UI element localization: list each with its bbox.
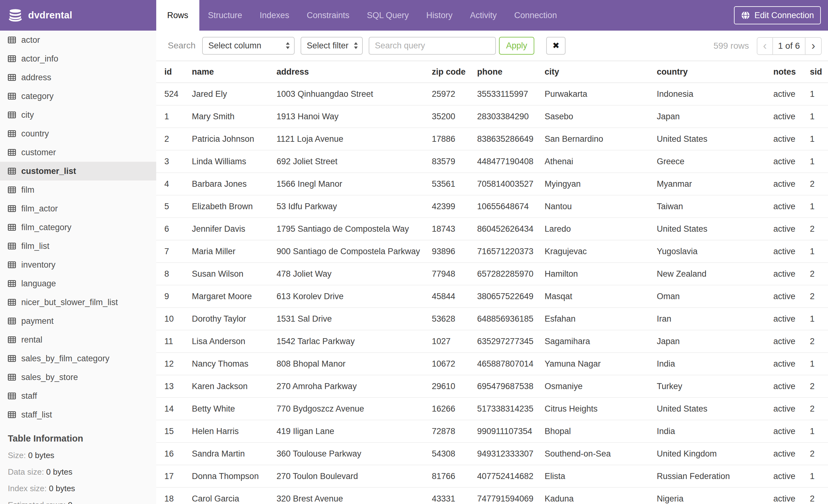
tab-connection[interactable]: Connection	[505, 0, 566, 31]
tab-activity[interactable]: Activity	[461, 0, 505, 31]
cell-zip-code: 54308	[431, 443, 477, 465]
sidebar-item-film_actor[interactable]: film_actor	[0, 199, 156, 218]
cell-phone: 990911107354	[477, 420, 544, 443]
app-logo: dvdrental	[0, 0, 156, 31]
cell-address: 770 Bydgoszcz Avenue	[276, 398, 431, 420]
cell-phone: 838635286649	[477, 128, 544, 150]
sidebar-item-sales_by_film_category[interactable]: sales_by_film_category	[0, 349, 156, 368]
cell-name: Helen Harris	[192, 420, 276, 443]
cell-sid: 2	[810, 218, 828, 240]
edit-connection-button[interactable]: Edit Connection	[734, 6, 821, 25]
column-select[interactable]: Select column	[202, 37, 295, 55]
column-header-notes[interactable]: notes	[773, 61, 810, 83]
filter-select[interactable]: Select filter	[300, 37, 363, 55]
table-icon	[8, 355, 16, 362]
cell-name: Betty White	[192, 398, 276, 420]
table-row[interactable]: 3Linda Williams692 Joliet Street83579448…	[156, 150, 828, 173]
tab-sql-query[interactable]: SQL Query	[358, 0, 417, 31]
sidebar-item-sales_by_store[interactable]: sales_by_store	[0, 368, 156, 386]
next-page-button[interactable]: ›	[805, 38, 821, 54]
table-name: film_actor	[21, 204, 58, 214]
cell-country: Japan	[657, 105, 773, 128]
table-row[interactable]: 17Donna Thompson270 Toulon Boulevard8176…	[156, 465, 828, 488]
sidebar-item-nicer_but_slower_film_list[interactable]: nicer_but_slower_film_list	[0, 293, 156, 312]
cell-zip-code: 93896	[431, 240, 477, 263]
sidebar-item-actor[interactable]: actor	[0, 31, 156, 49]
table-row[interactable]: 18Carol Garcia320 Brest Avenue4333174779…	[156, 488, 828, 504]
table-row[interactable]: 1Mary Smith1913 Hanoi Way352002830338429…	[156, 105, 828, 128]
cell-city: Elista	[544, 465, 657, 488]
sidebar-item-staff_list[interactable]: staff_list	[0, 405, 156, 424]
table-row[interactable]: 6Jennifer Davis1795 Santiago de Composte…	[156, 218, 828, 240]
column-select-value: Select column	[208, 41, 261, 51]
sidebar-item-language[interactable]: language	[0, 274, 156, 293]
table-row[interactable]: 10Dorothy Taylor1531 Sal Drive5362864885…	[156, 308, 828, 330]
table-information-title: Table Information	[8, 433, 156, 444]
cell-notes: active	[773, 105, 810, 128]
column-header-country[interactable]: country	[657, 61, 773, 83]
table-row[interactable]: 16Sandra Martin360 Toulouse Parkway54308…	[156, 443, 828, 465]
tab-structure[interactable]: Structure	[199, 0, 251, 31]
cell-notes: active	[773, 128, 810, 150]
prev-page-button[interactable]: ‹	[757, 38, 773, 54]
table-row[interactable]: 7Maria Miller900 Santiago de Compostela …	[156, 240, 828, 263]
table-row[interactable]: 2Patricia Johnson1121 Loja Avenue1788683…	[156, 128, 828, 150]
table-row[interactable]: 15Helen Harris419 Iligan Lane72878990911…	[156, 420, 828, 443]
cell-notes: active	[773, 173, 810, 195]
sidebar-item-city[interactable]: city	[0, 105, 156, 124]
pagination: ‹ 1 of 6 ›	[757, 37, 822, 55]
cell-name: Karen Jackson	[192, 375, 276, 398]
cell-country: Myanmar	[657, 173, 773, 195]
cell-name: Maria Miller	[192, 240, 276, 263]
sidebar-item-rental[interactable]: rental	[0, 330, 156, 349]
table-name: sales_by_store	[21, 372, 78, 382]
clear-filter-button[interactable]: ✖	[546, 37, 566, 55]
table-row[interactable]: 14Betty White770 Bydgoszcz Avenue1626651…	[156, 398, 828, 420]
sidebar-item-country[interactable]: country	[0, 124, 156, 143]
cell-country: Oman	[657, 285, 773, 308]
sidebar-item-payment[interactable]: payment	[0, 312, 156, 330]
table-name: language	[21, 279, 56, 288]
sidebar-item-category[interactable]: category	[0, 87, 156, 105]
table-row[interactable]: 9Margaret Moore613 Korolev Drive45844380…	[156, 285, 828, 308]
search-input[interactable]	[369, 37, 496, 55]
tab-constraints[interactable]: Constraints	[298, 0, 358, 31]
cell-name: Carol Garcia	[192, 488, 276, 504]
tab-rows[interactable]: Rows	[156, 0, 199, 31]
table-row[interactable]: 12Nancy Thomas808 Bhopal Manor1067246588…	[156, 353, 828, 375]
column-header-zip-code[interactable]: zip code	[431, 61, 477, 83]
table-icon	[8, 74, 16, 81]
column-header-city[interactable]: city	[544, 61, 657, 83]
cell-zip-code: 72878	[431, 420, 477, 443]
sidebar-item-customer[interactable]: customer	[0, 143, 156, 162]
cell-sid: 1	[810, 420, 828, 443]
apply-button[interactable]: Apply	[499, 37, 535, 55]
sidebar-item-customer_list[interactable]: customer_list	[0, 162, 156, 181]
table-row[interactable]: 13Karen Jackson270 Amroha Parkway2961069…	[156, 375, 828, 398]
table-icon	[8, 261, 16, 268]
table-row[interactable]: 8Susan Wilson478 Joliet Way7794865728228…	[156, 263, 828, 285]
cell-zip-code: 35200	[431, 105, 477, 128]
table-row[interactable]: 4Barbara Jones1566 Inegl Manor5356170581…	[156, 173, 828, 195]
sidebar-item-staff[interactable]: staff	[0, 386, 156, 405]
sidebar-item-film_list[interactable]: film_list	[0, 237, 156, 256]
cell-zip-code: 42399	[431, 195, 477, 218]
column-header-name[interactable]: name	[192, 61, 276, 83]
sidebar-item-actor_info[interactable]: actor_info	[0, 49, 156, 68]
tab-indexes[interactable]: Indexes	[251, 0, 298, 31]
cell-country: New Zealand	[657, 263, 773, 285]
table-row[interactable]: 5Elizabeth Brown53 Idfu Parkway423991065…	[156, 195, 828, 218]
column-header-sid[interactable]: sid	[810, 61, 828, 83]
cell-address: 900 Santiago de Compostela Parkway	[276, 240, 431, 263]
table-row[interactable]: 11Lisa Anderson1542 Tarlac Parkway102763…	[156, 330, 828, 353]
column-header-phone[interactable]: phone	[477, 61, 544, 83]
tab-history[interactable]: History	[417, 0, 461, 31]
sidebar-item-film_category[interactable]: film_category	[0, 218, 156, 237]
column-header-id[interactable]: id	[156, 61, 192, 83]
cell-country: Nigeria	[657, 488, 773, 504]
column-header-address[interactable]: address	[276, 61, 431, 83]
table-row[interactable]: 524Jared Ely1003 Qinhuangdao Street25972…	[156, 83, 828, 105]
sidebar-item-inventory[interactable]: inventory	[0, 256, 156, 274]
sidebar-item-film[interactable]: film	[0, 181, 156, 199]
sidebar-item-address[interactable]: address	[0, 68, 156, 87]
